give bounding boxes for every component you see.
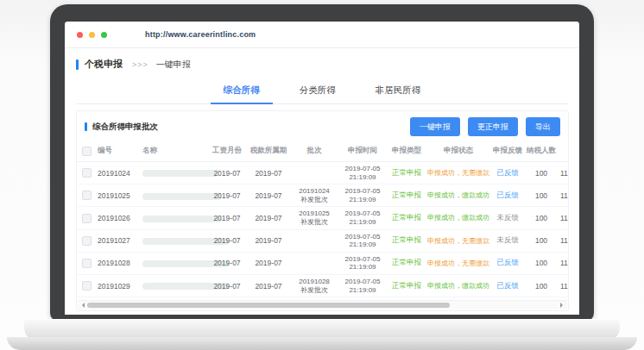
- tab-bar: 综合所得分类所得非居民所得: [76, 79, 568, 104]
- cell-declare-type: 正常申报: [388, 162, 426, 184]
- window-close-button[interactable]: [77, 32, 83, 38]
- column-header: 工资月份: [208, 141, 246, 162]
- column-header: 税款所属期: [246, 141, 291, 162]
- cell-declare-type: 正常申报: [388, 184, 426, 207]
- row-checkbox[interactable]: [82, 281, 92, 291]
- address-bar[interactable]: http://www.careerintlinc.com: [145, 30, 256, 39]
- cell-salary-month: 2019-07: [208, 274, 246, 297]
- feedback-link[interactable]: 已反馈: [496, 191, 519, 199]
- tab-2[interactable]: 非居民所得: [373, 79, 424, 103]
- browser-window: http://www.careerintlinc.com 个税申报 >>> 一键…: [65, 22, 579, 315]
- cell-batch: [291, 252, 338, 274]
- cell-number: 20191024: [96, 162, 141, 184]
- row-checkbox[interactable]: [82, 214, 92, 223]
- tab-1[interactable]: 分类所得: [297, 79, 338, 103]
- cell-salary-month: 2019-07: [208, 162, 246, 184]
- feedback-link[interactable]: 已反馈: [496, 281, 519, 290]
- cell-batch: [291, 162, 338, 184]
- window-controls: [77, 32, 107, 38]
- laptop-base-lip: [7, 337, 637, 350]
- breadcrumb-separator: >>>: [132, 60, 148, 69]
- cell-clipped: 11: [559, 207, 568, 229]
- cell-tax-period: 2019-07: [246, 252, 291, 274]
- cell-feedback: 已反馈: [491, 162, 524, 184]
- table-row: 201910292019-072019-0720191028补发批次2019-0…: [77, 274, 568, 297]
- cell-clipped: 11: [559, 162, 568, 184]
- cell-number: 20191028: [96, 252, 141, 274]
- cell-clipped: 11: [559, 184, 568, 207]
- cell-feedback: 未反馈: [491, 207, 524, 229]
- cell-declare-status: 申报成功，无需缴款: [426, 252, 491, 274]
- header-select-cell: [77, 141, 96, 162]
- cell-declare-status: 申报成功，无需缴款: [426, 229, 491, 252]
- row-select-cell: [77, 184, 96, 207]
- cell-taxpayers: 100: [524, 207, 559, 229]
- row-checkbox[interactable]: [82, 259, 92, 268]
- feedback-link: 未反馈: [496, 213, 519, 222]
- panel-title: 综合所得申报批次: [92, 122, 158, 133]
- window-minimize-button[interactable]: [89, 32, 95, 38]
- one-click-declare-button[interactable]: 一键申报: [410, 117, 460, 136]
- cell-salary-month: 2019-07: [208, 229, 246, 252]
- table-row: 201910242019-072019-072019-07-0521:19:09…: [77, 162, 568, 184]
- window-zoom-button[interactable]: [101, 32, 107, 38]
- cell-clipped: 11: [559, 274, 568, 297]
- scrollbar-thumb[interactable]: [87, 303, 450, 308]
- row-checkbox[interactable]: [82, 168, 92, 178]
- breadcrumb: 个税申报 >>> 一键申报: [76, 58, 579, 71]
- cell-name: [141, 229, 208, 252]
- cell-tax-period: 2019-07: [246, 184, 291, 207]
- column-header: 申报时间: [338, 141, 388, 162]
- cell-clipped: 11: [559, 252, 568, 274]
- correction-declare-button[interactable]: 更正申报: [468, 117, 518, 136]
- select-all-checkbox[interactable]: [82, 147, 92, 156]
- column-header: 申报状态: [426, 141, 491, 162]
- cell-tax-period: 2019-07: [246, 274, 291, 297]
- scroll-left-arrow-icon[interactable]: [79, 303, 85, 308]
- batches-table: 编号名称工资月份税款所属期批次申报时间申报类型申报状态申报反馈纳税人数 2019…: [77, 141, 568, 307]
- cell-clipped: 11: [559, 229, 568, 252]
- cell-feedback: 已反馈: [491, 184, 524, 207]
- cell-taxpayers: 100: [524, 162, 559, 184]
- redacted-name-pill: [142, 216, 222, 222]
- scroll-right-arrow-icon[interactable]: [560, 303, 565, 308]
- cell-number: 20191027: [96, 229, 141, 252]
- column-header: 编号: [96, 141, 141, 162]
- feedback-link[interactable]: 已反馈: [496, 168, 519, 177]
- cell-number: 20191025: [96, 184, 141, 207]
- table-row: 201910282019-072019-072019-07-0521:19:09…: [77, 252, 568, 274]
- cell-feedback: 已反馈: [491, 274, 524, 297]
- row-select-cell: [77, 274, 96, 297]
- cell-taxpayers: 100: [524, 229, 559, 252]
- cell-declare-time: 2019-07-0521:19:09: [338, 207, 388, 229]
- table-row: 201910262019-072019-0720191025补发批次2019-0…: [77, 207, 568, 229]
- feedback-link: 未反馈: [496, 235, 519, 244]
- column-header: 申报反馈: [491, 141, 524, 162]
- column-header-clipped: [559, 141, 568, 162]
- cell-name: [141, 207, 208, 229]
- panel-actions: 一键申报更正申报导出: [410, 117, 560, 136]
- cell-batch: 20191028补发批次: [291, 274, 338, 297]
- cell-declare-type: 正常申报: [388, 207, 426, 229]
- table-body: 201910242019-072019-072019-07-0521:19:09…: [77, 162, 568, 308]
- cell-salary-month: 2019-07: [208, 184, 246, 207]
- export-button[interactable]: 导出: [526, 117, 560, 136]
- cell-declare-type: 正常申报: [388, 229, 426, 252]
- cell-declare-status: 申报成功，缴款成功: [426, 207, 491, 229]
- row-select-cell: [77, 162, 96, 184]
- cell-salary-month: 2019-07: [208, 207, 246, 229]
- accent-bar-icon: [85, 122, 87, 131]
- feedback-link[interactable]: 已反馈: [496, 258, 519, 266]
- table-row: 201910272019-072019-072019-07-0521:19:09…: [77, 229, 568, 252]
- cell-declare-type: 正常申报: [388, 274, 426, 297]
- row-select-cell: [77, 252, 96, 274]
- cell-name: [141, 252, 208, 274]
- cell-declare-time: 2019-07-0521:19:09: [338, 274, 388, 297]
- cell-declare-status: 申报成功，无需缴款: [426, 162, 491, 184]
- tab-0[interactable]: 综合所得: [221, 79, 262, 103]
- cell-tax-period: 2019-07: [246, 207, 291, 229]
- row-checkbox[interactable]: [82, 236, 92, 246]
- row-checkbox[interactable]: [82, 191, 92, 200]
- cell-taxpayers: 100: [524, 274, 559, 297]
- cell-batch: 20191024补发批次: [291, 184, 338, 207]
